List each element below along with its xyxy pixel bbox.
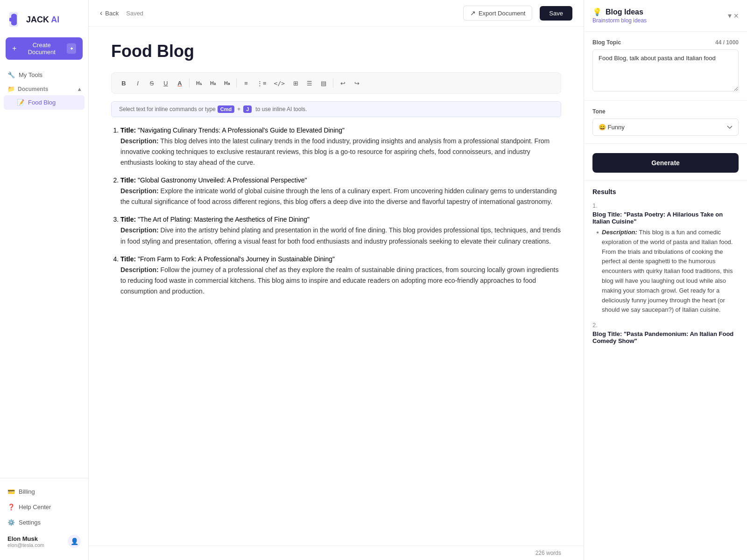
sidebar-item-food-blog[interactable]: 📝 Food Blog (4, 95, 85, 110)
blog-item-title-text: "Navigating Culinary Trends: A Professio… (138, 126, 345, 134)
word-count-value: 226 words (536, 550, 561, 556)
italic-button[interactable]: I (131, 77, 144, 90)
h1-button[interactable]: H₁ (192, 77, 205, 90)
generate-label: Generate (651, 159, 680, 167)
cmd-kbd: Cmd (218, 105, 234, 113)
svg-rect-1 (9, 18, 12, 21)
toolbar-separator-2 (236, 78, 237, 88)
billing-icon (7, 488, 15, 495)
help-label: Help Center (19, 504, 51, 511)
tone-label: Tone (592, 108, 739, 115)
blog-item: Title: "The Art of Plating: Mastering th… (120, 216, 561, 246)
blog-item-title-text: "The Art of Plating: Mastering the Aesth… (138, 216, 310, 223)
user-avatar-button[interactable]: 👤 (68, 535, 81, 548)
align-right-button[interactable]: ▤ (317, 77, 330, 90)
tone-select[interactable]: 😄 Funny😐 Neutral😊 Friendly💼 Professional (592, 119, 739, 136)
generate-button[interactable]: Generate (592, 153, 739, 173)
chevron-up-icon[interactable] (78, 86, 81, 92)
code-button[interactable]: </> (271, 77, 288, 90)
description-text: Explore the intricate world of global cu… (120, 187, 557, 205)
sidebar-item-my-tools[interactable]: My Tools (0, 67, 88, 83)
underline-button[interactable]: U (159, 77, 172, 90)
result-item: 2. Blog Title: "Pasta Pandemonium: An It… (592, 322, 739, 344)
description-label: Description: (120, 137, 159, 145)
panel-title: Blog Ideas (606, 8, 643, 16)
h2-button[interactable]: H₂ (206, 77, 219, 90)
blog-item-title: Title: (120, 216, 136, 223)
billing-label: Billing (19, 488, 35, 495)
blog-item-description: Description: Explore the intricate world… (120, 186, 561, 207)
description-text: This blog delves into the latest culinar… (120, 137, 550, 166)
user-email: elon@tesla.com (7, 542, 44, 548)
strikethrough-button[interactable]: S (145, 77, 158, 90)
export-document-button[interactable]: Export Document (463, 6, 532, 21)
settings-label: Settings (19, 519, 41, 526)
sidebar-item-settings[interactable]: Settings (0, 515, 88, 530)
editor-area: Food Blog B I S U A H₁ H₂ H₃ ≡ ⋮≡ </> ⊞ … (89, 27, 584, 546)
document-label: Food Blog (28, 99, 56, 106)
align-button[interactable]: ☰ (303, 77, 316, 90)
blog-item-description: Description: This blog delves into the l… (120, 136, 561, 168)
create-document-button[interactable]: + Create Document ✦ (6, 37, 83, 60)
toolbar-separator-3 (333, 78, 333, 88)
description-label: Description: (120, 187, 159, 195)
blog-item: Title: "From Farm to Fork: A Professiona… (120, 255, 561, 297)
panel-title-area: Blog Ideas Brainstorm blog ideas (592, 7, 647, 24)
sidebar-bottom: Billing Help Center Settings Elon Musk e… (0, 478, 88, 553)
description-label: Description: (120, 226, 159, 234)
user-info: Elon Musk elon@tesla.com (7, 535, 44, 548)
undo-button[interactable]: ↩ (336, 77, 349, 90)
toolbar-separator-1 (189, 78, 190, 88)
blog-topic-label: Blog Topic (592, 39, 621, 46)
blog-items-list: Title: "Navigating Culinary Trends: A Pr… (111, 126, 561, 297)
table-button[interactable]: ⊞ (289, 77, 302, 90)
save-status: Saved (126, 10, 143, 17)
blog-item: Title: "Global Gastronomy Unveiled: A Pr… (120, 176, 561, 207)
save-button[interactable]: Save (540, 6, 572, 21)
inline-tip-bar: Select text for inline commands or type … (111, 101, 561, 117)
export-label: Export Document (479, 10, 525, 17)
sidebar-item-billing[interactable]: Billing (0, 484, 88, 499)
main-editor: ‹ Back Saved Export Document Save Food B… (89, 0, 584, 560)
blog-item-title: Title: (120, 255, 136, 263)
panel-close-button[interactable]: × (733, 12, 739, 20)
sidebar-item-help[interactable]: Help Center (0, 499, 88, 515)
user-name: Elon Musk (7, 535, 44, 542)
tone-label-text: Tone (592, 108, 606, 115)
result-number: 1. (592, 202, 739, 209)
user-section: Elon Musk elon@tesla.com 👤 (0, 530, 88, 553)
panel-subtitle: Brainstorm blog ideas (592, 17, 647, 24)
bullet-list-button[interactable]: ≡ (240, 77, 253, 90)
inline-tip-prefix: Select text for inline commands or type (119, 106, 216, 112)
h3-button[interactable]: H₃ (220, 77, 233, 90)
plus-icon: + (12, 44, 16, 53)
bold-button[interactable]: B (117, 77, 130, 90)
right-panel: Blog Ideas Brainstorm blog ideas × Blog … (584, 0, 747, 560)
help-icon (7, 504, 15, 511)
result-blog-title: Blog Title: "Pasta Poetry: A Hilarious T… (592, 211, 739, 225)
panel-header: Blog Ideas Brainstorm blog ideas × (584, 0, 747, 32)
j-kbd: J (243, 105, 252, 113)
result-blog-title: Blog Title: "Pasta Pandemonium: An Itali… (592, 330, 739, 344)
doc-icon: 📝 (17, 99, 24, 106)
blog-topic-input[interactable]: Food Blog, talk about pasta and Italian … (592, 49, 739, 91)
inline-tip-suffix: to use inline AI tools. (255, 106, 307, 112)
blog-topic-section: Blog Topic 44 / 1000 Food Blog, talk abo… (584, 32, 747, 101)
results-title: Results (592, 188, 739, 196)
sidebar-item-label: My Tools (19, 71, 42, 78)
blog-topic-count: 44 / 1000 (715, 39, 739, 46)
blog-item-title: Title: (120, 126, 136, 134)
font-color-button[interactable]: A (173, 77, 186, 90)
panel-chevron-button[interactable] (728, 11, 732, 20)
description-text: Follow the journey of a professional che… (120, 266, 558, 295)
back-label: Back (105, 10, 119, 17)
docs-folder-icon (7, 85, 15, 92)
redo-button[interactable]: ↪ (350, 77, 363, 90)
sidebar: JACK AI + Create Document ✦ My Tools Doc… (0, 0, 89, 560)
back-arrow-icon: ‹ (100, 9, 102, 17)
results-section: Results 1. Blog Title: "Pasta Poetry: A … (584, 181, 747, 358)
numbered-list-button[interactable]: ⋮≡ (254, 77, 270, 90)
export-icon (470, 9, 476, 17)
document-title[interactable]: Food Blog (111, 42, 561, 61)
back-button[interactable]: ‹ Back (100, 9, 119, 17)
